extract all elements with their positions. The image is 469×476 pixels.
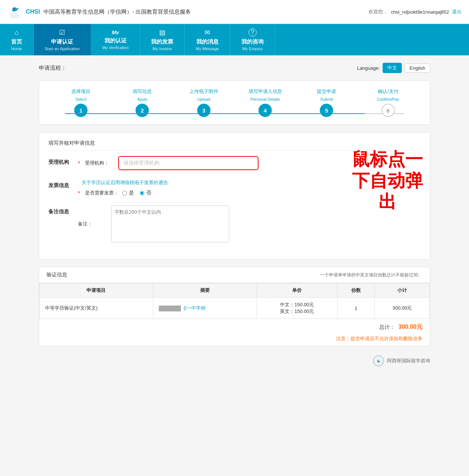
nav-apply-en: Start an Application bbox=[45, 46, 80, 51]
step-6-circle: 6 bbox=[381, 104, 395, 117]
table-body: 中等学历验证(中文/英文) β一中学校 中文：150.00元 英文：150.00… bbox=[40, 298, 430, 319]
totals-row: 总计： 300.00元 bbox=[39, 319, 430, 335]
lang-en-button[interactable]: English bbox=[405, 63, 430, 73]
apply-icon: ☑ bbox=[59, 28, 65, 37]
verification-note: 一个申请单申请的中英文项目份数总计不能超过30。 bbox=[320, 272, 422, 278]
warning-text: 注意：提交申请后不允许添加和删除业务 bbox=[39, 335, 430, 346]
step-3-label-zh: 上传电子附件 bbox=[189, 88, 218, 95]
col-quantity: 份数 bbox=[337, 283, 374, 298]
process-header: 申请流程： Language: 中文 English bbox=[39, 63, 430, 73]
language-switcher: Language: 中文 English bbox=[357, 63, 430, 73]
step-4: 填写申请人信息 Personal Details 4 bbox=[234, 88, 296, 117]
steps: 选择项目 Select 1 填写信息 Apply 2 上传电子附件 Upload… bbox=[50, 88, 419, 117]
message-icon: ✉ bbox=[205, 28, 210, 37]
totals-label: 总计： bbox=[379, 324, 395, 331]
nav-message-en: My Message bbox=[196, 46, 219, 51]
verification-section: 验证信息 一个申请单申请的中英文项目份数总计不能超过30。 申请项目 摘要 单价… bbox=[39, 267, 430, 346]
step-6: 确认/支付 Confirm/Pay 6 bbox=[357, 88, 419, 117]
price-en: 英文：150.00元 bbox=[263, 308, 332, 315]
main-content: 申请流程： Language: 中文 English 选择项目 Select 1… bbox=[31, 55, 438, 377]
nav-enquiry-zh: 我的咨询 bbox=[242, 38, 264, 45]
totals-amount: 300.00元 bbox=[398, 323, 422, 331]
chsi-logo-text: CHSI bbox=[26, 8, 40, 15]
step-1-label-en: Select bbox=[75, 97, 87, 101]
step-3: 上传电子附件 Upload 3 bbox=[173, 88, 234, 117]
step-5: 提交申请 Submit 5 bbox=[296, 88, 357, 117]
invoice-announcement-link[interactable]: 关于学历认证启用增值税电子发票的通告 bbox=[82, 179, 168, 186]
invoice-radio-group: 是 否 bbox=[122, 190, 151, 196]
nav-apply[interactable]: ☑ 申请认证 Start an Application bbox=[34, 24, 91, 55]
remarks-group-label: 备注信息 bbox=[48, 206, 78, 215]
verification-title: 验证信息 bbox=[47, 272, 67, 278]
nav-message-zh: 我的消息 bbox=[196, 38, 219, 45]
institution-select[interactable]: 请选择受理机构 bbox=[118, 156, 259, 170]
institution-placeholder: 请选择受理机构 bbox=[123, 160, 160, 166]
nav-my-verify-zh: 我的认证 bbox=[105, 37, 127, 44]
logout-button[interactable]: 退出 bbox=[452, 8, 462, 15]
cell-subtotal: 300.00元 bbox=[375, 298, 430, 319]
step-4-label-zh: 填写申请人信息 bbox=[249, 88, 282, 95]
invoice-yes-option[interactable]: 是 bbox=[122, 190, 134, 196]
step-2-circle: 2 bbox=[136, 104, 149, 117]
step-1-label-zh: 选择项目 bbox=[71, 88, 90, 95]
header: CHSI 中国高等教育学生信息网（学信网）- 出国教育背景信息服务 欢迎您， c… bbox=[0, 0, 469, 24]
footer-brand-text: 阿西呀国际留学咨询 bbox=[387, 358, 430, 364]
enquiry-icon: ? bbox=[249, 28, 257, 37]
welcome-text: 欢迎您， bbox=[369, 8, 388, 15]
invoice-no-label: 否 bbox=[146, 190, 151, 196]
nav-enquiry-en: My Enquiry bbox=[242, 46, 263, 51]
step-4-label-en: Personal Details bbox=[250, 97, 280, 101]
nav-home[interactable]: ⌂ 首页 Home bbox=[0, 24, 34, 55]
footer-brand: ☯ 阿西呀国际留学咨询 bbox=[39, 352, 430, 370]
institution-group-label: 受理机构 bbox=[48, 156, 78, 166]
svg-text:☯: ☯ bbox=[377, 359, 380, 363]
invoice-group-label: 发票信息 bbox=[48, 179, 78, 189]
svg-point-0 bbox=[10, 13, 20, 18]
verification-header: 验证信息 一个申请单申请的中英文项目份数总计不能超过30。 bbox=[39, 267, 430, 283]
invoice-icon: ▤ bbox=[159, 28, 165, 37]
school-name-text: β一中学校 bbox=[184, 305, 205, 311]
nav-apply-zh: 申请认证 bbox=[51, 38, 73, 45]
nav-enquiry[interactable]: ? 我的咨询 My Enquiry bbox=[230, 24, 275, 55]
col-item: 申请项目 bbox=[40, 283, 153, 298]
nav-my-verify-en: My Verification bbox=[102, 45, 129, 50]
nav-invoice-zh: 我的发票 bbox=[151, 38, 173, 45]
col-price: 单价 bbox=[257, 283, 337, 298]
step-5-circle: 5 bbox=[320, 104, 333, 117]
language-label: Language: bbox=[357, 65, 380, 71]
nav-home-en: Home bbox=[11, 46, 22, 51]
table-row: 中等学历验证(中文/英文) β一中学校 中文：150.00元 英文：150.00… bbox=[40, 298, 430, 319]
invoice-no-radio[interactable] bbox=[140, 191, 144, 196]
invoice-required-star: * bbox=[78, 190, 80, 196]
brand-icon: ☯ bbox=[373, 355, 384, 366]
step-2: 填写信息 Apply 2 bbox=[112, 88, 173, 117]
remarks-textarea[interactable] bbox=[111, 206, 229, 242]
nav-invoice[interactable]: ▤ 我的发票 My Invoice bbox=[140, 24, 185, 55]
my-verify-icon: Mv bbox=[112, 30, 119, 35]
table-header-row: 申请项目 摘要 单价 份数 小计 bbox=[40, 283, 430, 298]
step-2-label-zh: 填写信息 bbox=[133, 88, 152, 95]
user-info: 欢迎您， chsi_ndjxokt9e1rvueqaj852 退出 bbox=[369, 8, 462, 15]
svg-point-1 bbox=[14, 7, 15, 9]
col-subtotal: 小计 bbox=[375, 283, 430, 298]
chsi-logo-icon bbox=[7, 4, 22, 19]
process-title: 申请流程： bbox=[39, 65, 66, 72]
step-1-circle: 1 bbox=[74, 104, 88, 117]
cell-item: 中等学历验证(中文/英文) bbox=[40, 298, 153, 319]
institution-required-star: * bbox=[78, 160, 80, 166]
steps-container: 选择项目 Select 1 填写信息 Apply 2 上传电子附件 Upload… bbox=[39, 80, 430, 125]
cell-quantity: 1 bbox=[337, 298, 374, 319]
school-name-blur bbox=[159, 306, 181, 311]
invoice-need-label: 是否需要发票： bbox=[85, 190, 119, 196]
invoice-no-option[interactable]: 否 bbox=[140, 190, 151, 196]
price-zh: 中文：150.00元 bbox=[263, 301, 332, 308]
nav-my-verify[interactable]: Mv 我的认证 My Verification bbox=[91, 24, 140, 55]
step-1: 选择项目 Select 1 bbox=[50, 88, 112, 117]
verification-table: 申请项目 摘要 单价 份数 小计 中等学历验证(中文/英文) β一中学校 中文：… bbox=[39, 283, 430, 319]
nav-message[interactable]: ✉ 我的消息 My Message bbox=[185, 24, 230, 55]
step-2-label-en: Apply bbox=[137, 97, 148, 101]
nav-invoice-en: My Invoice bbox=[153, 46, 172, 51]
lang-zh-button[interactable]: 中文 bbox=[383, 63, 402, 73]
institution-field-label: 受理机构： bbox=[85, 160, 114, 166]
invoice-yes-radio[interactable] bbox=[122, 191, 127, 196]
